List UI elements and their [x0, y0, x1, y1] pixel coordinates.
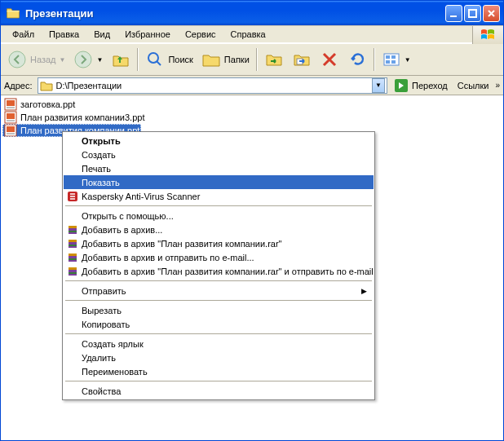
- list-item[interactable]: План развития компании3.ppt: [2, 111, 146, 124]
- up-folder-icon: [111, 50, 130, 69]
- chevron-down-icon: ▼: [60, 56, 66, 64]
- windows-flag-icon: [472, 26, 503, 44]
- undo-button[interactable]: [344, 46, 370, 73]
- menu-file[interactable]: Файл: [6, 28, 41, 41]
- svg-rect-9: [386, 60, 390, 64]
- svg-rect-14: [7, 107, 15, 108]
- separator: [65, 280, 372, 281]
- ctx-shortcut[interactable]: Создать ярлык: [64, 337, 374, 351]
- window-buttons: [445, 5, 500, 22]
- search-icon: [145, 50, 165, 69]
- ctx-add-archive-named-email[interactable]: Добавить в архив "План развития компании…: [64, 264, 374, 278]
- search-label: Поиск: [168, 55, 192, 64]
- ctx-properties[interactable]: Свойства: [64, 384, 374, 398]
- svg-rect-29: [69, 254, 77, 256]
- folder-icon: [6, 6, 20, 20]
- ctx-new[interactable]: Создать: [64, 148, 374, 161]
- ppt-icon: [4, 111, 17, 124]
- separator: [137, 48, 139, 71]
- ctx-add-archive-email[interactable]: Добавить в архив и отправить по e-mail..…: [64, 250, 374, 264]
- maximize-button[interactable]: [464, 5, 481, 22]
- menu-tools[interactable]: Сервис: [179, 28, 223, 41]
- folders-button[interactable]: Папки: [198, 46, 253, 73]
- views-icon: [382, 50, 401, 69]
- separator: [374, 48, 375, 71]
- back-icon: [7, 50, 27, 69]
- ctx-cut[interactable]: Вырезать: [64, 303, 374, 317]
- delete-icon: [320, 50, 339, 69]
- ctx-add-archive-named[interactable]: Добавить в архив "План развития компании…: [64, 236, 374, 250]
- ctx-openwith[interactable]: Открыть с помощью...: [64, 209, 374, 223]
- address-bar: Адрес: D:\Презентации ▼ Переход Ссылки »: [1, 76, 503, 95]
- list-item[interactable]: заготовка.ppt: [2, 98, 77, 111]
- svg-rect-26: [69, 240, 77, 242]
- menubar: Файл Правка Вид Избранное Сервис Справка: [1, 25, 503, 43]
- menu-help[interactable]: Справка: [224, 28, 272, 41]
- chevron-right-icon[interactable]: »: [495, 81, 500, 90]
- ctx-rename[interactable]: Переименовать: [64, 364, 374, 378]
- separator: [65, 333, 372, 334]
- ctx-show[interactable]: Показать: [64, 175, 374, 189]
- address-field[interactable]: D:\Презентации ▼: [38, 77, 387, 94]
- svg-point-3: [75, 51, 91, 68]
- folder-icon: [40, 79, 53, 92]
- folders-icon: [201, 50, 221, 69]
- ppt-icon: [4, 98, 17, 111]
- address-path: D:\Презентации: [56, 81, 372, 90]
- separator: [65, 381, 372, 381]
- svg-rect-0: [450, 15, 457, 17]
- svg-rect-27: [69, 245, 77, 246]
- back-button[interactable]: Назад ▼: [4, 46, 69, 73]
- svg-rect-7: [386, 55, 390, 59]
- copy-to-button[interactable]: [289, 46, 315, 73]
- svg-rect-10: [391, 60, 396, 64]
- views-button[interactable]: ▼: [378, 46, 414, 73]
- search-button[interactable]: Поиск: [142, 46, 196, 73]
- undo-icon: [347, 50, 367, 69]
- move-to-button[interactable]: [261, 46, 287, 73]
- svg-rect-1: [469, 10, 476, 17]
- svg-rect-19: [7, 126, 15, 132]
- titlebar[interactable]: Презентации: [1, 1, 503, 25]
- rar-icon: [66, 223, 79, 236]
- address-dropdown[interactable]: ▼: [372, 78, 385, 93]
- window-title: Презентации: [25, 7, 445, 20]
- ctx-sendto[interactable]: Отправить ▶: [64, 284, 374, 298]
- ctx-kaspersky[interactable]: Kaspersky Anti-Virus Scanner: [64, 189, 374, 203]
- rar-icon: [66, 237, 79, 250]
- address-label: Адрес:: [4, 81, 34, 90]
- menu-view[interactable]: Вид: [87, 28, 117, 41]
- minimize-button[interactable]: [445, 5, 462, 22]
- up-button[interactable]: [108, 46, 134, 73]
- svg-rect-30: [69, 258, 77, 260]
- menu-favorites[interactable]: Избранное: [118, 28, 177, 41]
- forward-button[interactable]: ▼: [70, 46, 106, 73]
- delete-button-tb[interactable]: [316, 46, 343, 73]
- menu-edit[interactable]: Правка: [42, 28, 86, 41]
- ctx-add-archive[interactable]: Добавить в архив...: [64, 223, 374, 236]
- close-button[interactable]: [483, 5, 500, 22]
- svg-rect-32: [69, 267, 77, 270]
- svg-rect-16: [7, 113, 15, 119]
- ctx-print[interactable]: Печать: [64, 161, 374, 175]
- links-label[interactable]: Ссылки: [454, 81, 493, 90]
- rar-icon: [66, 251, 79, 264]
- ctx-delete[interactable]: Удалить: [64, 351, 374, 364]
- chevron-down-icon: ▼: [405, 56, 411, 64]
- ctx-open[interactable]: Открыть: [64, 134, 374, 148]
- separator: [256, 48, 258, 71]
- move-to-icon: [264, 50, 284, 69]
- svg-rect-23: [69, 226, 77, 228]
- separator: [65, 205, 372, 206]
- kaspersky-icon: [66, 190, 79, 203]
- rar-icon: [66, 265, 79, 278]
- ctx-copy[interactable]: Копировать: [64, 317, 374, 331]
- svg-rect-24: [69, 231, 77, 232]
- svg-rect-20: [7, 133, 15, 135]
- svg-rect-17: [7, 120, 15, 121]
- folders-label: Папки: [224, 55, 250, 64]
- svg-rect-8: [391, 55, 396, 59]
- file-name: заготовка.ppt: [20, 99, 75, 109]
- submenu-arrow-icon: ▶: [361, 287, 367, 295]
- go-button[interactable]: Переход: [391, 77, 451, 94]
